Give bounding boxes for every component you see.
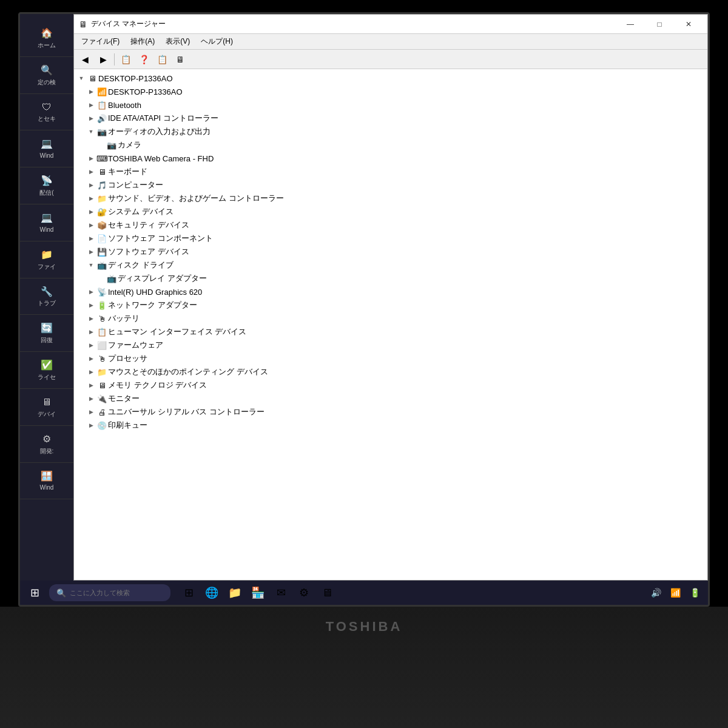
expand-icon-root: ▼ [76, 73, 86, 83]
start-button[interactable]: ⊞ [22, 581, 47, 605]
tree-item-intel[interactable]: 📺 ディスプレイ アダプター [74, 272, 707, 285]
sidebar-item-delivery[interactable]: 📡 配信( [20, 167, 73, 204]
tree-item-ide[interactable]: ▶ 📋 Bluetooth [74, 98, 707, 112]
tree-row-display[interactable]: ▼ 📺 ディスク ドライブ [74, 258, 707, 272]
tree-item-keyboard[interactable]: ▶ ⌨ TOSHIBA Web Camera - FHD [74, 152, 707, 165]
audio-icon: 🔊 [97, 113, 107, 123]
expand-icon-firmware: ▶ [86, 327, 96, 337]
tree-row-disk[interactable]: ▶ 💾 ソフトウェア デバイス [74, 245, 707, 258]
toolbar-btn-3[interactable]: 📋 [153, 52, 170, 67]
tree-item-battery[interactable]: ▶ 🔋 ネットワーク アダプター [74, 298, 707, 312]
file-icon: 📁 [25, 249, 69, 261]
tree-item-software-dev[interactable]: ▶ 📄 ソフトウェア コンポーネント [74, 232, 707, 245]
tree-row-software-comp[interactable]: ▶ 📦 セキュリティ デバイス [74, 218, 707, 232]
tree-row-computer[interactable]: ▶ 🖥 キーボード [74, 165, 707, 178]
sidebar-item-file[interactable]: 📁 ファイ [20, 241, 73, 278]
tree-item-memory-tech[interactable]: ▶ 📁 マウスとそのほかのポインティング デバイス [74, 365, 707, 379]
back-button[interactable]: ◀ [76, 52, 93, 67]
tree-item-system[interactable]: ▶ 📁 サウンド、ビデオ、およびゲーム コントローラー [74, 192, 707, 205]
expand-icon-sound: ▶ [86, 180, 96, 190]
sidebar-item-wind[interactable]: 🪟 Wind [20, 463, 73, 500]
tree-row-camera[interactable]: ▼ 📷 オーディオの入力および出力 [74, 125, 707, 138]
sidebar-item-windows[interactable]: 💻 Wind [20, 130, 73, 167]
tree-row-mouse[interactable]: ▶ 🖱 プロセッサ [74, 352, 707, 365]
tree-item-storage[interactable]: ▶ 💿 印刷キュー [74, 419, 707, 432]
taskbar-app-edge[interactable]: 🌐 [201, 582, 223, 604]
sidebar-item-troubleshoot[interactable]: 🔧 トラブ [20, 278, 73, 315]
tree-item-hid[interactable]: ▶ 🖱 バッテリ [74, 312, 707, 325]
tree-item-security[interactable]: ▶ 🔐 システム デバイス [74, 205, 707, 218]
tree-row-usb[interactable]: ▶ 🔌 モニター [74, 392, 707, 405]
tree-row-ide[interactable]: ▶ 📋 Bluetooth [74, 98, 707, 112]
tree-row-processor[interactable]: ▶ ⬜ ファームウェア [74, 339, 707, 352]
sidebar-item-security[interactable]: 🛡 とセキ [20, 94, 73, 131]
sidebar-item-search[interactable]: 🔍 定の検 [20, 57, 73, 94]
tree-row-storage[interactable]: ▶ 💿 印刷キュー [74, 419, 707, 432]
tree-item-sound[interactable]: ▶ 🎵 コンピューター [74, 178, 707, 192]
tree-item-monitor[interactable]: ▶ 🖥 メモリ テクノロジ デバイス [74, 379, 707, 392]
tree-row-sound[interactable]: ▶ 🎵 コンピューター [74, 178, 707, 192]
minimize-button[interactable]: — [616, 15, 644, 34]
tree-row-audio[interactable]: ▶ 🔊 IDE ATA/ATAPI コントローラー [74, 112, 707, 125]
taskbar-wifi-icon[interactable]: 📶 [667, 584, 684, 601]
tree-item-firmware[interactable]: ▶ 📋 ヒューマン インターフェイス デバイス [74, 325, 707, 339]
window-icon: 🖥 [79, 19, 87, 29]
tree-row-intel[interactable]: 📺 ディスプレイ アダプター [74, 272, 707, 285]
tree-item-software-comp[interactable]: ▶ 📦 セキュリティ デバイス [74, 218, 707, 232]
tree-item-mouse[interactable]: ▶ 🖱 プロセッサ [74, 352, 707, 365]
tree-row-software-dev[interactable]: ▶ 📄 ソフトウェア コンポーネント [74, 232, 707, 245]
tree-item-processor[interactable]: ▶ ⬜ ファームウェア [74, 339, 707, 352]
toolbar-btn-1[interactable]: 📋 [117, 52, 134, 67]
tree-row-root[interactable]: ▼ 🖥 DESKTOP-P1336AO [74, 72, 707, 85]
tree-row-firmware[interactable]: ▶ 📋 ヒューマン インターフェイス デバイス [74, 325, 707, 339]
tree-row-memory-tech[interactable]: ▶ 📁 マウスとそのほかのポインティング デバイス [74, 365, 707, 379]
taskbar-app-settings[interactable]: ⚙ [293, 582, 315, 604]
menu-file[interactable]: ファイル(F) [76, 34, 124, 49]
tree-item-network[interactable]: ▶ 📡 Intel(R) UHD Graphics 620 [74, 285, 707, 298]
tree-row-bluetooth[interactable]: ▶ 📶 DESKTOP-P1336AO [74, 85, 707, 98]
forward-button[interactable]: ▶ [95, 52, 112, 67]
sidebar-item-dev[interactable]: ⚙ 開発: [20, 426, 73, 463]
menu-view[interactable]: 表示(V) [161, 34, 195, 49]
help-button[interactable]: ❓ [135, 52, 152, 67]
sidebar-item-recovery[interactable]: 🔄 回復 [20, 315, 73, 352]
menu-help[interactable]: ヘルプ(H) [196, 34, 238, 49]
tree-item-display[interactable]: ▼ 📺 ディスク ドライブ [74, 258, 707, 272]
tree-row-system[interactable]: ▶ 📁 サウンド、ビデオ、およびゲーム コントローラー [74, 192, 707, 205]
tree-row-security[interactable]: ▶ 🔐 システム デバイス [74, 205, 707, 218]
taskbar-battery-icon[interactable]: 🔋 [686, 584, 703, 601]
close-button[interactable]: ✕ [675, 15, 703, 34]
search-bar-container[interactable]: 🔍 [49, 584, 170, 601]
menu-action[interactable]: 操作(A) [126, 34, 160, 49]
hid-label: バッテリ [108, 313, 140, 324]
sidebar-item-device[interactable]: 🖥 デバイ [20, 389, 73, 426]
toolbar-btn-4[interactable]: 🖥 [172, 52, 189, 67]
taskbar-sound-icon[interactable]: 🔊 [647, 584, 664, 601]
taskbar-app-mail[interactable]: ✉ [270, 582, 292, 604]
taskbar-app-pc[interactable]: 🖥 [316, 582, 338, 604]
tree-row-battery[interactable]: ▶ 🔋 ネットワーク アダプター [74, 298, 707, 312]
tree-item-bluetooth[interactable]: ▶ 📶 DESKTOP-P1336AO [74, 85, 707, 98]
sidebar-item-home[interactable]: 🏠 ホーム [20, 20, 73, 57]
tree-row-keyboard[interactable]: ▶ ⌨ TOSHIBA Web Camera - FHD [74, 152, 707, 165]
tree-item-disk[interactable]: ▶ 💾 ソフトウェア デバイス [74, 245, 707, 258]
tree-item-computer[interactable]: ▶ 🖥 キーボード [74, 165, 707, 178]
tree-item-print[interactable]: ▶ 🖨 ユニバーサル シリアル バス コントローラー [74, 405, 707, 419]
taskbar-app-store[interactable]: 🏪 [247, 582, 269, 604]
tree-item-usb[interactable]: ▶ 🔌 モニター [74, 392, 707, 405]
tree-row-camera-toshiba[interactable]: 📷 カメラ [74, 138, 707, 152]
tree-row-monitor[interactable]: ▶ 🖥 メモリ テクノロジ デバイス [74, 379, 707, 392]
maximize-button[interactable]: □ [645, 15, 673, 34]
tree-row-network[interactable]: ▶ 📡 Intel(R) UHD Graphics 620 [74, 285, 707, 298]
tree-item-audio[interactable]: ▶ 🔊 IDE ATA/ATAPI コントローラー [74, 112, 707, 125]
sidebar-item-license[interactable]: ✅ ライセ [20, 352, 73, 389]
tree-item-camera-toshiba[interactable]: 📷 カメラ [74, 138, 707, 152]
tree-row-hid[interactable]: ▶ 🖱 バッテリ [74, 312, 707, 325]
taskbar-app-explorer[interactable]: 📁 [224, 582, 246, 604]
tree-row-print[interactable]: ▶ 🖨 ユニバーサル シリアル バス コントローラー [74, 405, 707, 419]
tree-item-root[interactable]: ▼ 🖥 DESKTOP-P1336AO [74, 72, 707, 85]
sidebar-item-windows2[interactable]: 💻 Wind [20, 204, 73, 241]
tree-item-camera[interactable]: ▼ 📷 オーディオの入力および出力 [74, 125, 707, 138]
taskbar-search-input[interactable] [70, 589, 155, 596]
taskbar-app-snap[interactable]: ⊞ [178, 582, 200, 604]
